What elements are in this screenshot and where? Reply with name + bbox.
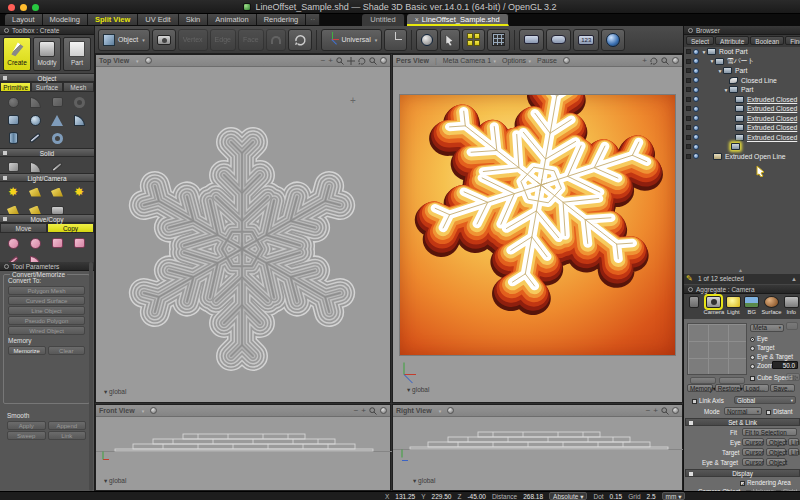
visibility-toggle[interactable] <box>693 115 699 121</box>
viewport-title[interactable]: Right View <box>396 407 432 414</box>
primitive-tab[interactable]: Primitive <box>0 82 31 92</box>
directional-light-tool-button[interactable] <box>2 201 24 214</box>
aggregate-tab-light[interactable]: Light <box>725 296 743 315</box>
render-flag-toggle[interactable] <box>686 125 691 130</box>
visibility-toggle[interactable] <box>693 106 699 112</box>
show-grid-button[interactable] <box>487 29 510 51</box>
tree-row-extruded-closed[interactable]: Extruded Closed <box>684 123 800 133</box>
tool-parameters-scrollbar[interactable] <box>89 262 93 491</box>
pan-icon[interactable] <box>347 57 355 65</box>
visibility-toggle[interactable] <box>693 58 699 64</box>
convert-line-object-button[interactable]: Line Object <box>8 306 85 315</box>
doc-tab-untitled[interactable]: Untitled <box>362 14 404 26</box>
restore-button[interactable]: Restore▾ <box>715 384 741 392</box>
save-button[interactable]: Save... <box>770 384 795 392</box>
skeleton-button[interactable] <box>384 29 407 51</box>
magnifier-icon[interactable] <box>369 407 377 415</box>
mouse-input-button[interactable] <box>546 29 571 51</box>
browser-tab-find[interactable]: Find <box>785 36 800 45</box>
cube-tool-button[interactable] <box>2 111 24 129</box>
grid-snap-button[interactable] <box>462 29 485 51</box>
render-options-icon[interactable] <box>563 57 570 64</box>
right-viewport[interactable]: Right View▾ − + ▾ global <box>392 404 683 491</box>
tree-row-part[interactable]: ▼ Part <box>684 66 800 76</box>
visibility-toggle[interactable] <box>693 68 699 74</box>
object-section-header[interactable]: Object <box>0 73 94 82</box>
render-flag-toggle[interactable] <box>686 78 691 83</box>
display-section-header[interactable]: Display <box>685 469 800 477</box>
keyboard-input-button[interactable] <box>519 29 544 51</box>
convert-polygon-mesh-button[interactable]: Polygon Mesh <box>8 286 85 295</box>
aggregate-header[interactable]: Aggregate : Camera <box>684 285 800 294</box>
smooth-sweep-button[interactable]: Sweep <box>7 431 46 440</box>
memorize-button[interactable]: Memorize <box>8 346 46 355</box>
zoom-radio[interactable] <box>750 364 755 369</box>
meta-extra-button[interactable] <box>786 322 798 330</box>
cone-tool-button[interactable] <box>46 111 68 129</box>
trackball-button[interactable] <box>416 29 438 51</box>
link-axis-dropdown[interactable]: Global▾ <box>734 396 796 404</box>
zoom-in-button[interactable]: + <box>361 406 366 415</box>
sphere-tool-button[interactable] <box>24 111 46 129</box>
zoom-out-button[interactable]: − <box>646 406 651 415</box>
workspace-tab-animation[interactable]: Animation <box>208 14 256 25</box>
clear-button[interactable]: Clear <box>48 346 86 355</box>
preview-mini-button[interactable] <box>690 377 716 384</box>
aggregate-tab-bg[interactable]: BG <box>743 296 761 315</box>
scale-copy-tool-button[interactable] <box>46 234 68 252</box>
solid-box-tool-button[interactable] <box>2 158 24 173</box>
snap-button[interactable] <box>266 29 286 51</box>
top-viewport[interactable]: Top View▾ − + <box>95 54 391 403</box>
target-cursor-button[interactable]: Cursor <box>742 448 764 456</box>
cube-speed-dropdown[interactable]: Fit▾ <box>786 373 800 381</box>
rotate-manipulator-button[interactable] <box>288 29 312 51</box>
line-tool-button[interactable] <box>24 129 46 147</box>
smooth-apply-button[interactable]: Apply <box>7 421 46 430</box>
solid-curve-tool-button[interactable] <box>46 158 68 173</box>
options-dropdown[interactable]: Options ▾ <box>502 57 531 64</box>
coordinate-space-label[interactable]: ▾ global <box>407 386 429 394</box>
render-flag-toggle[interactable] <box>686 68 691 73</box>
edit-pencil-icon[interactable]: ✎ <box>686 274 693 284</box>
magnifier-icon[interactable] <box>369 57 377 65</box>
viewport-title[interactable]: Pers View <box>396 57 429 64</box>
eye-target-radio[interactable] <box>750 355 755 360</box>
numeric-input-button[interactable]: 123 <box>573 29 599 51</box>
render-flag-toggle[interactable] <box>686 59 691 64</box>
zoom-out-button[interactable]: − <box>321 56 326 65</box>
distant-checkbox[interactable] <box>766 410 771 415</box>
zoom-out-button[interactable]: − <box>354 406 359 415</box>
toolbox-header[interactable]: Toolbox : Create <box>0 26 94 35</box>
eye-object-button[interactable]: Object <box>766 438 786 446</box>
render-flag-toggle[interactable] <box>686 154 691 159</box>
eye-target-cursor-button[interactable]: Cursor <box>742 458 764 466</box>
vertex-mode-button[interactable]: Vertex <box>178 29 208 51</box>
zoom-in-button[interactable]: + <box>328 56 333 65</box>
render-flag-toggle[interactable] <box>686 135 691 140</box>
tree-row-extruded-closed[interactable]: Extruded Closed <box>684 133 800 143</box>
tree-row-extruded-closed[interactable]: Extruded Closed <box>684 104 800 114</box>
visibility-toggle[interactable] <box>693 134 699 140</box>
create-mode-button[interactable]: Create <box>3 37 31 71</box>
mode-dropdown[interactable]: Normal▾ <box>724 407 762 415</box>
browser-header[interactable]: Browser <box>684 26 800 35</box>
modify-mode-button[interactable]: Modify <box>33 37 61 71</box>
render-flag-toggle[interactable] <box>686 116 691 121</box>
coordinate-space-label[interactable]: ▾ global <box>413 477 435 485</box>
part-mode-button[interactable]: Part <box>63 37 91 71</box>
sunlight-tool-button[interactable]: ✸ <box>2 183 24 201</box>
convert-pseudo-polygon-button[interactable]: Pseudo Polygon <box>8 316 85 325</box>
camera-preview[interactable] <box>687 323 747 375</box>
tool-parameters-header[interactable]: Tool Parameters <box>0 262 94 271</box>
visibility-toggle[interactable] <box>693 144 699 150</box>
edge-mode-button[interactable]: Edge <box>210 29 236 51</box>
cylinder-tool-button[interactable] <box>2 129 24 147</box>
pointlight-tool-button[interactable]: ✸ <box>68 183 90 201</box>
view-menu-icon[interactable] <box>672 57 679 64</box>
viewport-title[interactable]: Front View <box>99 407 135 414</box>
view-options-icon[interactable] <box>145 57 152 64</box>
render-flag-toggle[interactable] <box>686 144 691 149</box>
browser-tab-select[interactable]: Select <box>686 36 714 45</box>
plane-tool-button[interactable] <box>46 93 68 111</box>
convert-wired-object-button[interactable]: Wired Object <box>8 326 85 335</box>
